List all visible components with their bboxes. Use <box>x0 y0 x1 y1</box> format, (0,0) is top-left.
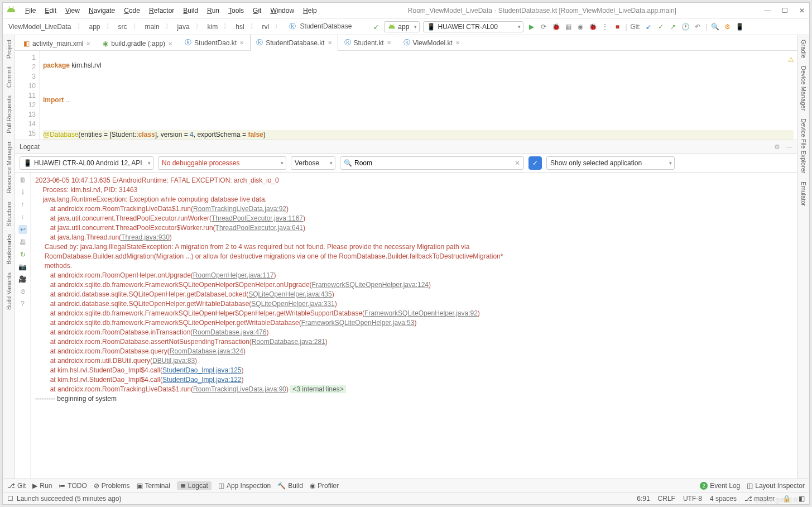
crumb-app[interactable]: app <box>87 22 103 32</box>
sync-icon[interactable]: ↙ <box>372 22 381 31</box>
more-actions-icon[interactable]: ⋮ <box>600 22 609 31</box>
coverage-icon[interactable]: ▦ <box>564 22 573 31</box>
bottom-tab-app-inspection[interactable]: ◫ App Inspection <box>218 481 271 490</box>
git-commit-icon[interactable]: ✓ <box>656 22 665 31</box>
code-area[interactable]: package kim.hsl.rvl import ... @Database… <box>40 51 797 140</box>
line-separator[interactable]: CRLF <box>658 495 675 503</box>
menu-run[interactable]: Run <box>204 6 223 16</box>
logcat-level-dropdown[interactable]: Verbose <box>291 156 335 170</box>
logcat-output[interactable]: 2023-06-05 10:47:13.635 E/AndroidRuntime… <box>31 173 797 479</box>
minimize-button[interactable]: — <box>764 7 771 15</box>
terminate-icon[interactable]: ⊘ <box>20 288 26 295</box>
left-tab-resource-manager[interactable]: Resource Manager <box>4 139 13 196</box>
bottom-tab-git[interactable]: ⎇ Git <box>7 481 26 490</box>
warning-icon[interactable]: ⚠ <box>788 56 794 64</box>
menu-file[interactable]: File <box>22 6 39 16</box>
clear-log-icon[interactable]: 🗑 <box>20 176 26 184</box>
logcat-process-dropdown[interactable]: No debuggable processes <box>158 156 286 170</box>
caret-position[interactable]: 6:91 <box>637 495 650 503</box>
left-tab-structure[interactable]: Structure <box>4 199 13 229</box>
crumb-rvl[interactable]: rvl <box>260 22 272 32</box>
indent[interactable]: 4 spaces <box>710 495 737 503</box>
left-tab-commit[interactable]: Commit <box>4 64 13 90</box>
right-tab-device-manager[interactable]: Device Manager <box>799 64 808 113</box>
git-push-icon[interactable]: ↗ <box>669 22 678 31</box>
apply-changes-icon[interactable]: ⟳ <box>539 22 548 31</box>
left-tab-project[interactable]: Project <box>4 37 13 61</box>
device-dropdown[interactable]: 📱 HUAWEI CTR-AL00 <box>423 21 523 32</box>
menu-code[interactable]: Code <box>121 6 143 16</box>
stop-icon[interactable]: ■ <box>613 22 622 31</box>
tab-activity_main-xml[interactable]: ◧ activity_main.xml ✕ <box>17 36 97 50</box>
clear-search-icon[interactable]: ✕ <box>515 159 520 167</box>
logcat-search[interactable]: 🔍 ✕ <box>340 156 524 170</box>
maximize-button[interactable]: ☐ <box>782 7 788 15</box>
git-update-icon[interactable]: ↙ <box>644 22 653 31</box>
breadcrumb[interactable]: ViewModel_LiveData〉app〉src〉main〉java〉kim… <box>6 21 354 32</box>
avd-icon[interactable]: 📱 <box>735 22 744 31</box>
run-icon[interactable]: ▶ <box>527 22 536 31</box>
settings-icon[interactable]: ⚙ <box>723 22 732 31</box>
tab-studentdao-kt[interactable]: ⓚ StudentDao.kt ✕ <box>179 35 250 50</box>
crumb-src[interactable]: src <box>116 22 129 32</box>
down-icon[interactable]: ↓ <box>21 213 25 221</box>
crumb-main[interactable]: main <box>143 22 162 32</box>
menu-window[interactable]: Window <box>267 6 297 16</box>
menu-help[interactable]: Help <box>300 6 320 16</box>
git-rollback-icon[interactable]: ↶ <box>693 22 702 31</box>
layout-inspector-button[interactable]: ◫ Layout Inspector <box>747 482 805 490</box>
menu-edit[interactable]: Edit <box>41 6 60 16</box>
menu-git[interactable]: Git <box>249 6 265 16</box>
menu-view[interactable]: View <box>62 6 83 16</box>
bottom-tab-build[interactable]: 🔨 Build <box>277 481 303 490</box>
right-tab-gradle[interactable]: Gradle <box>799 37 808 60</box>
bottom-tab-terminal[interactable]: ▣ Terminal <box>137 481 170 490</box>
crumb-hsl[interactable]: hsl <box>233 22 246 32</box>
left-tab-pull-requests[interactable]: Pull Requests <box>4 93 13 136</box>
up-icon[interactable]: ↑ <box>21 200 25 208</box>
bottom-tab-logcat[interactable]: ≣ Logcat <box>177 481 212 490</box>
bottom-tab-run[interactable]: ▶ Run <box>32 481 52 490</box>
editor[interactable]: 123101112131415 package kim.hsl.rvl impo… <box>15 51 797 140</box>
logcat-filter-dropdown[interactable]: Show only selected application <box>546 156 675 170</box>
left-tab-bookmarks[interactable]: Bookmarks <box>4 232 13 267</box>
file-encoding[interactable]: UTF-8 <box>683 495 702 503</box>
crumb-kim[interactable]: kim <box>205 22 220 32</box>
debug-icon[interactable]: 🐞 <box>551 22 560 31</box>
bottom-tab-problems[interactable]: ⊘ Problems <box>94 481 130 490</box>
close-button[interactable]: ✕ <box>799 7 805 15</box>
tab-studentdatabase-kt[interactable]: ⓚ StudentDatabase.kt ✕ <box>250 35 338 51</box>
left-tab-build-variants[interactable]: Build Variants <box>4 270 13 312</box>
screen-record-icon[interactable]: 🎥 <box>18 275 27 283</box>
regex-checkbox[interactable]: ✓ <box>528 156 542 170</box>
menu-navigate[interactable]: Navigate <box>85 6 118 16</box>
soft-wrap-icon[interactable]: ↩ <box>18 225 27 234</box>
event-log-button[interactable]: 2Event Log <box>700 482 740 490</box>
logcat-settings-icon[interactable]: ⚙ <box>774 143 780 151</box>
logcat-search-input[interactable] <box>354 159 512 167</box>
attach-debugger-icon[interactable]: 🐞 <box>588 22 597 31</box>
logcat-device-dropdown[interactable]: 📱 HUAWEI CTR-AL00 Android 12, API <box>20 156 153 170</box>
tab-student-kt[interactable]: ⓚ Student.kt ✕ <box>338 35 397 50</box>
menu-tools[interactable]: Tools <box>225 6 247 16</box>
profiler-icon[interactable]: ◉ <box>576 22 585 31</box>
screenshot-icon[interactable]: 📷 <box>18 263 27 271</box>
crumb-ViewModel_LiveData[interactable]: ViewModel_LiveData <box>6 22 74 32</box>
git-history-icon[interactable]: 🕐 <box>681 22 690 31</box>
search-icon[interactable]: 🔍 <box>710 22 719 31</box>
print-icon[interactable]: 🖶 <box>20 238 26 246</box>
logcat-hide-icon[interactable]: — <box>786 143 792 151</box>
run-config-dropdown[interactable]: app <box>384 21 420 32</box>
memory-indicator-icon[interactable]: ◧ <box>799 495 805 503</box>
tab-build-gradle-app-[interactable]: ◉ build.gradle (:app) ✕ <box>97 36 179 50</box>
menu-build[interactable]: Build <box>180 6 201 16</box>
bottom-tab-todo[interactable]: ≔ TODO <box>59 481 87 490</box>
scroll-end-icon[interactable]: ⤓ <box>20 188 26 196</box>
menu-refactor[interactable]: Refactor <box>146 6 177 16</box>
help-icon[interactable]: ? <box>21 300 25 308</box>
crumb-java[interactable]: java <box>175 22 192 32</box>
right-tab-emulator[interactable]: Emulator <box>799 179 808 208</box>
bottom-tab-profiler[interactable]: ◉ Profiler <box>310 481 339 490</box>
tab-viewmodel-kt[interactable]: ⓚ ViewModel.kt ✕ <box>397 35 466 50</box>
crumb-StudentDatabase[interactable]: ⓚ StudentDatabase <box>285 21 354 32</box>
